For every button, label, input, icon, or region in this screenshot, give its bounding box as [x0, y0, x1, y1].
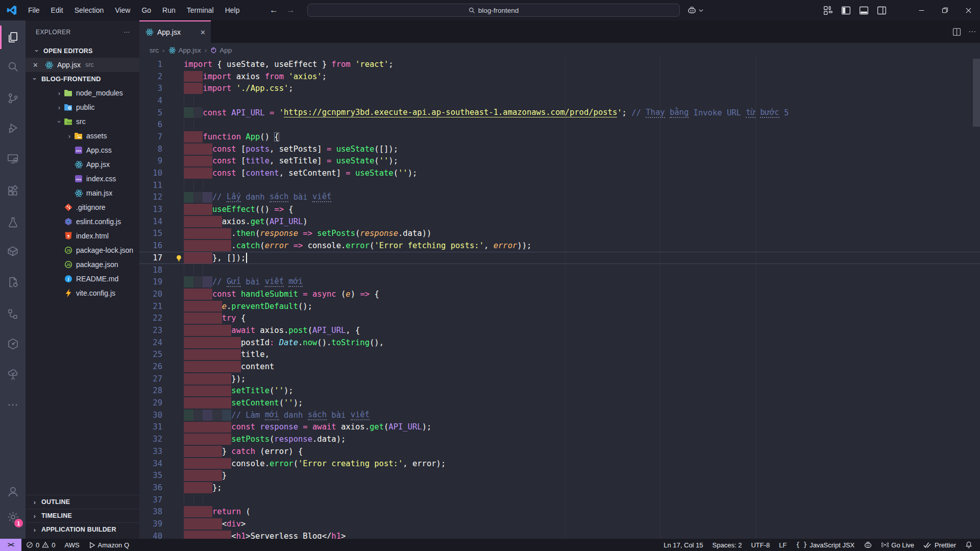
tree-item-index-css[interactable]: cssindex.css	[26, 172, 139, 186]
menu-go[interactable]: Go	[136, 4, 157, 16]
menu-help[interactable]: Help	[219, 4, 246, 16]
code-line-6[interactable]: 6	[139, 118, 980, 131]
aws-toolkit-icon[interactable]	[0, 269, 26, 295]
breadcrumb-item-app-jsx[interactable]: App.jsx	[168, 46, 201, 54]
tree-item-package-json[interactable]: JSpackage.json	[26, 257, 139, 272]
accounts-icon[interactable]	[0, 478, 26, 505]
code-line-9[interactable]: 9const [title, setTitle] = useState('');	[139, 155, 980, 167]
amazon-q-status[interactable]: Amazon Q	[84, 539, 134, 551]
code-line-2[interactable]: 2import axios from 'axios';	[139, 70, 980, 83]
code-line-16[interactable]: 16.catch(error => console.error('Error f…	[139, 239, 980, 252]
settings-icon[interactable]: 1	[0, 504, 26, 530]
code-line-14[interactable]: 14axios.get(API_URL)	[139, 215, 980, 228]
tree-item-public[interactable]: ›public	[26, 100, 139, 114]
copilot-status-icon[interactable]	[859, 539, 877, 551]
docker-icon[interactable]	[0, 238, 26, 265]
nav-back-icon[interactable]: ←	[270, 5, 278, 15]
tree-item-src[interactable]: ›</>src	[26, 114, 139, 129]
code-line-10[interactable]: 10const [content, setContent] = useState…	[139, 167, 980, 179]
tree-item-package-lock-json[interactable]: JSpackage-lock.json	[26, 243, 139, 257]
restore-button[interactable]	[933, 0, 957, 20]
tab-close-icon[interactable]: ✕	[200, 29, 206, 36]
go-live-status[interactable]: Go Live	[877, 539, 919, 551]
tree-item-assets[interactable]: ›assets	[26, 129, 139, 143]
breadcrumb-item-app[interactable]: App	[210, 46, 232, 54]
section-outline[interactable]: ›OUTLINE	[26, 495, 139, 509]
search-icon[interactable]	[0, 53, 26, 80]
ln-17-col-15-status[interactable]: Ln 17, Col 15	[659, 539, 707, 551]
menu-terminal[interactable]: Terminal	[181, 4, 219, 16]
menu-edit[interactable]: Edit	[45, 4, 69, 16]
code-line-12[interactable]: 12// Lấy danh sách bài viết	[139, 191, 980, 204]
section-timeline[interactable]: ›TIMELINE	[26, 509, 139, 522]
command-center-search[interactable]: blog-frontend	[307, 4, 680, 17]
code-line-15[interactable]: 15.then(response => setPosts(response.da…	[139, 228, 980, 240]
more-icon[interactable]	[0, 392, 26, 418]
code-line-21[interactable]: 21e.preventDefault();	[139, 300, 980, 313]
remote-explorer-icon[interactable]	[0, 145, 26, 172]
code-line-27[interactable]: 27});	[139, 373, 980, 385]
code-line-40[interactable]: 40<h1>Serverless Blog</h1>	[139, 530, 980, 539]
tree-item-vite-config-js[interactable]: vite.config.js	[26, 286, 139, 300]
code-line-4[interactable]: 4	[139, 94, 980, 107]
toggle-primary-sidebar-icon[interactable]	[841, 5, 851, 16]
code-line-3[interactable]: 3import './App.css';	[139, 82, 980, 94]
menu-selection[interactable]: Selection	[69, 4, 110, 16]
code-line-28[interactable]: 28setTitle('');	[139, 385, 980, 397]
aws-status[interactable]: AWS	[60, 539, 84, 551]
editor-scrollbar[interactable]	[973, 59, 980, 127]
tree-item-app-jsx[interactable]: App.jsx	[26, 157, 139, 172]
prettier-status[interactable]: Prettier	[919, 539, 961, 551]
remote-indicator[interactable]: ><	[0, 539, 21, 551]
tree-item-main-jsx[interactable]: main.jsx	[26, 186, 139, 200]
code-line-25[interactable]: 25title,	[139, 349, 980, 361]
project-root-header[interactable]: › BLOG-FRONTEND	[26, 72, 139, 86]
problems-indicator[interactable]: 00	[21, 539, 60, 551]
code-line-18[interactable]: 18	[139, 264, 980, 276]
tree-item-app-css[interactable]: cssApp.css	[26, 143, 139, 157]
code-line-11[interactable]: 11	[139, 179, 980, 191]
menu-file[interactable]: File	[22, 4, 45, 16]
utf-8-status[interactable]: UTF-8	[746, 539, 774, 551]
code-line-36[interactable]: 36};	[139, 482, 980, 494]
code-line-38[interactable]: 38return (	[139, 506, 980, 518]
testing-icon[interactable]	[0, 209, 26, 235]
code-line-1[interactable]: 1import { useState, useEffect } from 're…	[139, 58, 980, 70]
tab-app-jsx[interactable]: App.jsx ✕	[139, 20, 211, 43]
code-line-5[interactable]: 5const API_URL = 'https://gcnpmry3bd.exe…	[139, 107, 980, 119]
cloudformation-icon[interactable]	[0, 361, 26, 388]
code-line-13[interactable]: 13useEffect(() => {	[139, 203, 980, 215]
minimize-button[interactable]	[910, 0, 933, 20]
sidebar-more-actions-icon[interactable]: ⋯	[124, 29, 130, 36]
lf-status[interactable]: LF	[774, 539, 791, 551]
infrastructure-composer-icon[interactable]	[0, 301, 26, 327]
code-line-31[interactable]: 31const response = await axios.get(API_U…	[139, 421, 980, 434]
code-line-19[interactable]: 19// Gửi bài viết mới	[139, 276, 980, 288]
source-control-icon[interactable]	[0, 85, 26, 111]
code-line-37[interactable]: 37	[139, 494, 980, 506]
buildkite-icon[interactable]	[0, 330, 26, 357]
code-line-8[interactable]: 8const [posts, setPosts] = useState([]);	[139, 143, 980, 155]
code-line-22[interactable]: 22try {	[139, 312, 980, 324]
tree-item--gitignore[interactable]: .gitignore	[26, 200, 139, 214]
split-editor-icon[interactable]	[952, 28, 961, 36]
section-application-builder[interactable]: ›APPLICATION BUILDER	[26, 522, 139, 536]
code-line-17[interactable]: 17}, []);	[139, 252, 980, 264]
code-line-30[interactable]: 30// Làm mới danh sách bài viết	[139, 409, 980, 421]
tree-item-index-html[interactable]: 5index.html	[26, 229, 139, 243]
toggle-secondary-sidebar-icon[interactable]	[876, 5, 887, 16]
code-line-39[interactable]: 39<div>	[139, 518, 980, 530]
spaces-2-status[interactable]: Spaces: 2	[708, 539, 747, 551]
code-line-24[interactable]: 24postId: Date.now().toString(),	[139, 337, 980, 349]
code-line-29[interactable]: 29setContent('');	[139, 397, 980, 409]
open-editor-app-jsx[interactable]: ✕ App.jsx src	[26, 58, 139, 72]
code-line-23[interactable]: 23await axios.post(API_URL, {	[139, 324, 980, 337]
close-editor-icon[interactable]: ✕	[33, 61, 44, 69]
breadcrumb-item-src[interactable]: src	[150, 46, 159, 54]
customize-layout-icon[interactable]	[823, 5, 834, 16]
code-line-26[interactable]: 26content	[139, 361, 980, 373]
tree-item-eslint-config-js[interactable]: eslint.config.js	[26, 214, 139, 229]
tree-item-readme-md[interactable]: iREADME.md	[26, 272, 139, 286]
javascript-jsx-status[interactable]: { }JavaScript JSX	[791, 539, 859, 551]
run-debug-icon[interactable]	[0, 114, 26, 141]
